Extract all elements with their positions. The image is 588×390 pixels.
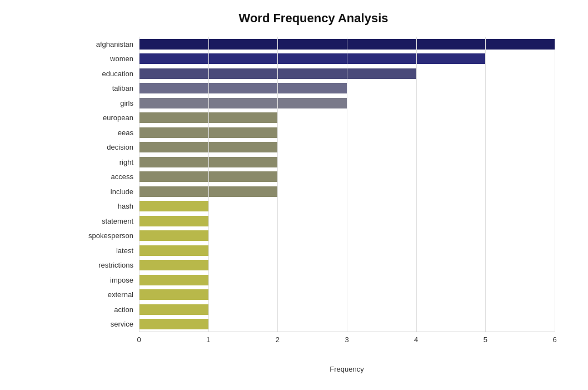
- bar-row: external: [72, 288, 555, 303]
- bar-label: statement: [72, 217, 139, 225]
- grid-line: [555, 37, 555, 332]
- bar-label: impose: [72, 276, 139, 284]
- bars-wrapper: afghanistanwomeneducationtalibangirlseur…: [72, 37, 555, 332]
- bar-row: spokesperson: [72, 229, 555, 244]
- chart-area: afghanistanwomeneducationtalibangirlseur…: [72, 37, 555, 354]
- bar-fill: [139, 245, 208, 256]
- bar-row: girls: [72, 96, 555, 111]
- bar-row: european: [72, 111, 555, 126]
- bar-row: service: [72, 317, 555, 332]
- grid-line: [139, 37, 139, 332]
- bar-fill: [139, 83, 347, 93]
- bar-label: restrictions: [72, 261, 139, 269]
- bar-fill: [139, 289, 208, 300]
- bar-label: action: [72, 305, 139, 314]
- x-tick-label: 4: [414, 335, 418, 344]
- bar-row: restrictions: [72, 258, 555, 273]
- bar-fill: [139, 230, 208, 241]
- x-tick-label: 1: [206, 335, 210, 344]
- x-tick-label: 0: [137, 335, 141, 344]
- bar-row: include: [72, 184, 555, 199]
- bar-row: women: [72, 52, 555, 67]
- bar-label: women: [72, 55, 139, 63]
- bar-fill: [139, 216, 208, 226]
- bar-label: decision: [72, 143, 139, 151]
- x-axis-label: Frequency: [330, 365, 363, 373]
- bar-row: access: [72, 170, 555, 185]
- bar-fill: [139, 98, 347, 108]
- bar-label: external: [72, 290, 139, 299]
- bar-label: spokesperson: [72, 231, 139, 240]
- bar-row: hash: [72, 199, 555, 214]
- bar-row: action: [72, 302, 555, 317]
- bar-label: latest: [72, 246, 139, 255]
- grid-line: [208, 37, 209, 332]
- chart-container: Word Frequency Analysis afghanistanwomen…: [0, 0, 588, 390]
- bar-row: afghanistan: [72, 37, 555, 52]
- bar-label: education: [72, 70, 139, 78]
- bar-row: right: [72, 155, 555, 170]
- bar-label: hash: [72, 202, 139, 210]
- x-tick-label: 5: [484, 335, 487, 344]
- bar-row: education: [72, 66, 555, 81]
- chart-title: Word Frequency Analysis: [72, 11, 555, 26]
- bar-label: afghanistan: [72, 40, 139, 48]
- bar-fill: [139, 53, 485, 64]
- x-tick-label: 3: [345, 335, 348, 344]
- bar-fill: [139, 319, 208, 329]
- bar-row: taliban: [72, 81, 555, 96]
- bar-fill: [139, 260, 208, 270]
- bar-label: access: [72, 172, 139, 181]
- bar-label: eeas: [72, 129, 139, 137]
- bar-row: impose: [72, 273, 555, 288]
- grid-line: [277, 37, 278, 332]
- grid-line: [347, 37, 347, 332]
- x-tick-label: 6: [552, 335, 556, 344]
- bar-row: statement: [72, 214, 555, 229]
- grid-line: [485, 37, 486, 332]
- bar-fill: [139, 201, 208, 211]
- bar-row: decision: [72, 140, 555, 155]
- bar-fill: [139, 304, 208, 315]
- bar-label: european: [72, 113, 139, 122]
- bar-label: service: [72, 320, 139, 328]
- bar-label: include: [72, 187, 139, 196]
- bar-label: girls: [72, 99, 139, 107]
- grid-line: [416, 37, 417, 332]
- bar-label: right: [72, 158, 139, 166]
- bar-row: eeas: [72, 125, 555, 140]
- bar-row: latest: [72, 243, 555, 258]
- bar-label: taliban: [72, 84, 139, 92]
- bar-fill: [139, 275, 208, 285]
- x-tick-label: 2: [276, 335, 280, 344]
- x-axis: Frequency 0123456: [139, 332, 555, 354]
